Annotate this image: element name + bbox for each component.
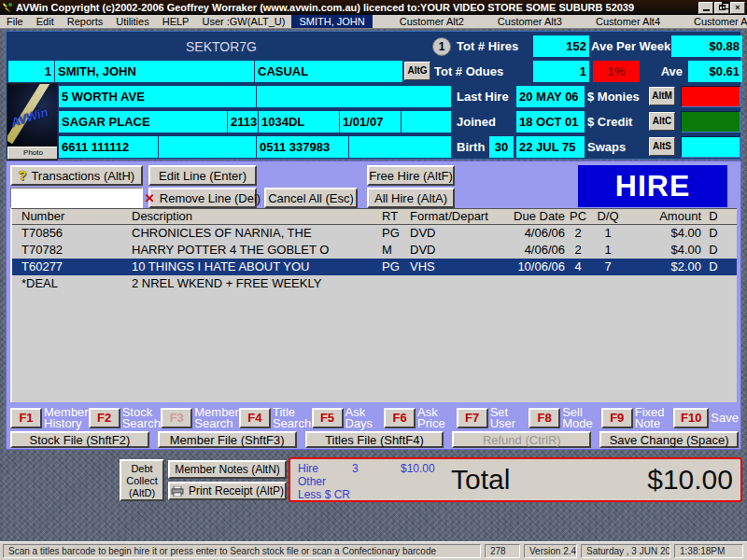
stock-file-button[interactable]: Stock File (ShftF2)	[10, 431, 149, 448]
hire-line-label: Hire	[298, 462, 352, 475]
remove-line-button[interactable]: ✕ Remove Line (Del)	[148, 188, 257, 208]
title-bar: AVWin Copyright (c)2002-2006 Geoffrey Wo…	[0, 0, 747, 15]
minimize-button[interactable]	[698, 2, 713, 14]
member-file-button[interactable]: Member File (ShftF3)	[158, 431, 297, 448]
licence-field[interactable]: 1034DL	[259, 111, 339, 133]
header-amount: Amount	[625, 209, 701, 224]
menu-help[interactable]: HELP	[156, 16, 196, 27]
fkey-fixed-note[interactable]: F9 FixedNote	[601, 407, 674, 429]
joined-label: Joined	[457, 111, 496, 133]
totals-box: Hire 3 $10.00 Other Less $ CR Total $10.…	[289, 457, 742, 502]
tot-odues-field[interactable]: 1	[533, 61, 589, 82]
menu-customer-alt3[interactable]: Customer Alt3	[491, 16, 569, 27]
header-description: Description	[132, 209, 382, 224]
last-hire-label: Last Hire	[457, 86, 509, 108]
fkey-set-user[interactable]: F7 SetUser	[457, 407, 529, 429]
close-button[interactable]: ×	[730, 2, 745, 14]
fkey-stock-search[interactable]: F2 StockSearch	[89, 407, 162, 429]
transactions-button[interactable]: ? Transactions (AltH)	[10, 165, 143, 186]
remove-x-icon: ✕	[145, 191, 155, 205]
postcode-field[interactable]: 2113	[228, 111, 258, 133]
member-name-field[interactable]: SMITH, JOHN	[55, 61, 254, 82]
less-cr-label: Less $ CR	[298, 488, 449, 501]
status-counter: 278	[485, 544, 520, 558]
fkey-member-history[interactable]: F1 MemberHistory	[10, 407, 89, 429]
member-category-field[interactable]: CASUAL	[255, 61, 402, 82]
member-panel: SEKTOR7G 1 Tot # Hires 152 Ave Per Week …	[6, 31, 741, 160]
status-message: Scan a titles barcode to begin hire it o…	[3, 544, 481, 558]
table-row-selected[interactable]: T60277 10 THINGS I HATE ABOUT YOU PG VHS…	[12, 259, 737, 275]
titles-file-button[interactable]: Titles File (ShftF4)	[305, 431, 444, 448]
extra-field-2[interactable]	[159, 136, 256, 158]
member-number-field[interactable]: 1	[8, 61, 54, 82]
hire-line-count: 3	[352, 462, 401, 475]
address-extra-field[interactable]	[257, 86, 451, 107]
alt-m-button[interactable]: AltM	[649, 87, 675, 105]
alt-c-button[interactable]: AltC	[649, 112, 675, 131]
app-icon	[2, 2, 13, 13]
menu-edit[interactable]: Edit	[30, 16, 61, 27]
hire-line-amount: $10.00	[401, 462, 435, 475]
menu-reports[interactable]: Reports	[61, 16, 110, 27]
barcode-scan-input[interactable]	[10, 188, 143, 208]
fkey-title-search[interactable]: F4 TitleSearch	[239, 407, 312, 429]
table-row[interactable]: T70856 CHRONICLES OF NARNIA, THE PG DVD …	[12, 225, 737, 242]
menu-bar: File Edit Reports Utilities HELP User :G…	[0, 15, 747, 29]
licence-expiry-field[interactable]: 1/01/07	[340, 111, 401, 133]
fkey-ask-days[interactable]: F5 AskDays	[312, 407, 385, 429]
member-notes-button[interactable]: Member Notes (AltN)	[168, 460, 287, 479]
menu-utilities[interactable]: Utilities	[109, 16, 155, 27]
free-hire-button[interactable]: Free Hire (AltF)	[367, 165, 455, 186]
extra-field-1[interactable]	[402, 111, 451, 133]
all-hire-button[interactable]: All Hire (AltA)	[367, 188, 455, 208]
total-label: Total	[451, 464, 510, 496]
total-value: $10.00	[510, 464, 733, 496]
ave-per-week-field[interactable]: $0.88	[671, 35, 742, 57]
menu-customer-active[interactable]: SMITH, JOHN	[291, 15, 372, 28]
function-key-bar: F1 MemberHistory F2 StockSearch F3 Membe…	[7, 406, 742, 430]
birth-date-field[interactable]: 22 JUL 75	[516, 136, 585, 158]
age-field[interactable]: 30	[489, 136, 514, 158]
tot-hires-label: Tot # Hires	[457, 35, 518, 58]
restore-button[interactable]	[714, 2, 729, 14]
copies-indicator: 1	[432, 37, 451, 56]
photo-button[interactable]: Photo (ShftF11)	[7, 147, 58, 160]
file-button-bar: Stock File (ShftF2) Member File (ShftF3)…	[7, 431, 742, 449]
print-receipt-button[interactable]: Print Receipt (AltP)	[168, 482, 287, 500]
address2-field[interactable]: SAGAR PLACE	[59, 111, 227, 133]
fkey-sell-mode[interactable]: F8 SellMode	[529, 407, 601, 429]
joined-field[interactable]: 18 OCT 01	[516, 111, 585, 133]
header-format: Format/Depart	[410, 209, 505, 224]
ave-field[interactable]: $0.61	[688, 61, 742, 82]
edit-line-button[interactable]: Edit Line (Enter)	[148, 165, 257, 186]
fkey-ask-price[interactable]: F6 AskPrice	[384, 407, 457, 429]
phone1-field[interactable]: 6611 111112	[59, 136, 158, 158]
debt-collect-button[interactable]: Debt Collect (AltD)	[120, 459, 164, 501]
hire-items-table: Number Description RT Format/Depart Due …	[10, 208, 737, 402]
menu-user[interactable]: User :GW(ALT_U)	[195, 16, 291, 27]
credit-label: $ Credit	[587, 111, 632, 133]
totals-breakdown: Hire 3 $10.00 Other Less $ CR	[290, 459, 449, 500]
table-row[interactable]: T70782 HARRY POTTER 4 THE GOBLET O M DVD…	[12, 242, 737, 259]
extra-field-3[interactable]	[349, 136, 451, 158]
header-due-date: Due Date	[505, 209, 565, 224]
other-line-label: Other	[298, 475, 449, 488]
status-time: 1:38:18PM	[674, 544, 743, 558]
alt-g-button[interactable]: AltG	[404, 62, 430, 80]
menu-customer-alt5[interactable]: Customer Alt5	[687, 16, 747, 27]
grand-total: Total $10.00	[449, 459, 740, 500]
menu-file[interactable]: File	[0, 16, 30, 27]
menu-customer-alt2[interactable]: Customer Alt2	[393, 16, 471, 27]
phone2-field[interactable]: 0511 337983	[257, 136, 348, 158]
tot-hires-field[interactable]: 152	[533, 35, 589, 57]
table-row[interactable]: *DEAL 2 NREL WKEND + FREE WEEKLY	[12, 275, 737, 292]
menu-customer-alt4[interactable]: Customer Alt4	[589, 16, 667, 27]
printer-icon	[171, 486, 184, 497]
last-hire-field[interactable]: 20 MAY 06	[516, 86, 585, 107]
address1-field[interactable]: 5 WORTH AVE	[59, 86, 256, 107]
credit-status-box	[681, 111, 740, 133]
alt-s-button[interactable]: AltS	[649, 137, 675, 156]
cancel-all-button[interactable]: Cancel All (Esc)	[264, 188, 358, 208]
save-change-button[interactable]: Save Change (Space)	[599, 431, 739, 448]
fkey-save[interactable]: F10 Save	[673, 408, 739, 428]
